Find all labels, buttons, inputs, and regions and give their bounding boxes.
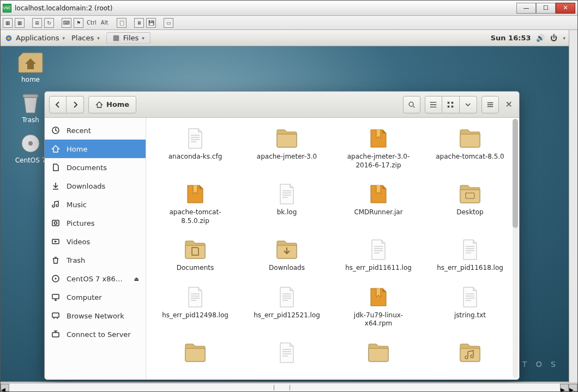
file-item[interactable]: apache-tomcat-8.5.0 <box>425 124 515 176</box>
sidebar-item-pictures[interactable]: Pictures <box>45 214 146 232</box>
sidebar-item-trash[interactable]: Trash <box>45 251 146 269</box>
file-item[interactable] <box>425 339 515 373</box>
home-icon <box>51 144 60 153</box>
vnc-tool-icon[interactable]: 📋 <box>117 18 127 28</box>
svg-point-7 <box>430 101 431 102</box>
folder-icon <box>366 341 390 365</box>
sidebar-item-computer[interactable]: Computer <box>45 288 146 306</box>
pictures-icon <box>51 219 60 227</box>
vnc-alt-label[interactable]: Alt <box>100 20 110 26</box>
sidebar-item-music[interactable]: Music <box>45 195 146 214</box>
file-item[interactable]: apache-jmeter-3.0-2016-6-17.zip <box>334 124 423 176</box>
files-scrollbar[interactable] <box>513 119 518 378</box>
back-button[interactable] <box>49 96 67 113</box>
sidebar-item-label: Documents <box>67 164 107 172</box>
sidebar-item-home[interactable]: Home <box>45 140 146 158</box>
view-list-button[interactable] <box>425 96 442 113</box>
sidebar-item-videos[interactable]: Videos <box>45 232 146 251</box>
file-name: apache-jmeter-3.0 <box>257 153 317 161</box>
nautilus-body: RecentHomeDocumentsDownloadsMusicPicture… <box>45 118 519 379</box>
file-name: jdk-7u79-linux-x64.rpm <box>340 311 417 328</box>
win7-window-controls: — ☐ ✕ <box>516 3 575 14</box>
file-name: CMDRunner.jar <box>354 208 402 217</box>
vnc-horizontal-scrollbar[interactable]: ◂▸▸ <box>1 383 577 391</box>
file-item[interactable]: hs_err_pid12521.log <box>242 283 332 334</box>
file-item[interactable]: hs_err_pid11618.log <box>425 236 515 279</box>
vnc-tool-icon[interactable]: ↻ <box>44 18 54 28</box>
file-item[interactable]: Desktop <box>425 180 515 231</box>
sidebar-item-downloads[interactable]: Downloads <box>45 177 146 195</box>
file-item[interactable]: apache-jmeter-3.0 <box>242 124 332 176</box>
file-item[interactable] <box>150 339 240 373</box>
sidebar-item-label: Browse Network <box>67 312 124 320</box>
vnc-tool-icon[interactable]: ⌨ <box>62 18 71 28</box>
nautilus-close-button[interactable]: ✕ <box>503 97 515 112</box>
text-icon <box>183 126 207 150</box>
vnc-tool-icon[interactable]: ⚑ <box>74 18 83 28</box>
vnc-tool-icon[interactable]: ⊞ <box>32 18 42 28</box>
file-item[interactable]: apache-tomcat-8.5.0.zip <box>150 180 240 231</box>
places-label: Places <box>71 34 94 42</box>
volume-icon[interactable]: 🔊 <box>536 34 545 42</box>
sidebar-item-disc[interactable]: CentOS 7 x86…⏏ <box>45 269 146 288</box>
places-menu[interactable]: Places ▾ <box>71 34 100 42</box>
hamburger-button[interactable] <box>481 96 499 113</box>
file-item[interactable]: jstring.txt <box>425 283 515 334</box>
sidebar-item-label: Recent <box>67 126 91 135</box>
minimize-button[interactable]: — <box>516 3 536 14</box>
desktop-home-icon[interactable]: home <box>11 52 50 83</box>
applications-menu[interactable]: Applications ▾ <box>5 34 65 42</box>
close-button[interactable]: ✕ <box>556 3 575 14</box>
vnc-tool-icon[interactable]: 💾 <box>146 18 156 28</box>
file-item[interactable] <box>242 339 332 373</box>
forward-button[interactable] <box>67 96 84 113</box>
vnc-tool-icon[interactable]: ▦ <box>15 18 25 28</box>
win7-titlebar[interactable]: VNC localhost.localdomain:2 (root) — ☐ ✕ <box>1 1 577 16</box>
vnc-tool-icon[interactable]: 🖥 <box>134 18 144 28</box>
svg-rect-21 <box>52 313 59 317</box>
file-item[interactable]: CMDRunner.jar <box>334 180 423 231</box>
connect-icon <box>51 330 60 339</box>
sidebar-item-connect[interactable]: Connect to Server <box>45 325 146 343</box>
vnc-tool-icon[interactable]: ▦ <box>3 18 13 28</box>
vnc-tool-icon[interactable]: ▭ <box>164 18 173 28</box>
path-button[interactable]: Home <box>88 96 136 113</box>
svg-rect-11 <box>451 101 454 104</box>
sidebar-item-documents[interactable]: Documents <box>45 158 146 177</box>
file-item[interactable]: hs_err_pid11611.log <box>334 236 423 279</box>
sidebar-item-network[interactable]: Browse Network <box>45 306 146 325</box>
svg-rect-20 <box>52 294 59 299</box>
sidebar-item-label: Computer <box>67 293 102 301</box>
gnome-desktop[interactable]: Applications ▾ Places ▾ Files ▾ Sun 16:5… <box>1 30 570 382</box>
file-item[interactable]: bk.log <box>242 180 332 231</box>
music-icon <box>51 200 60 209</box>
maximize-button[interactable]: ☐ <box>536 3 556 14</box>
file-item[interactable]: hs_err_pid12498.log <box>150 283 240 334</box>
power-icon[interactable]: ⏻ <box>550 34 557 42</box>
text-icon <box>458 285 482 309</box>
path-label: Home <box>106 100 129 108</box>
vnc-vertical-scrollbar[interactable] <box>569 30 577 383</box>
sidebar-item-recent[interactable]: Recent <box>45 121 146 140</box>
chevron-down-icon[interactable]: ▾ <box>563 35 565 41</box>
vnc-viewport: Applications ▾ Places ▾ Files ▾ Sun 16:5… <box>1 30 577 391</box>
svg-point-23 <box>57 318 58 319</box>
eject-icon[interactable]: ⏏ <box>134 276 139 282</box>
network-icon <box>51 311 60 320</box>
file-item[interactable]: anaconda-ks.cfg <box>150 124 240 176</box>
vnc-ctrl-label[interactable]: Ctrl <box>86 20 98 26</box>
nav-buttons <box>49 96 84 113</box>
clock-label[interactable]: Sun 16:53 <box>491 34 531 42</box>
file-item[interactable] <box>334 339 423 373</box>
vnc-toolbar: ▦ ▦ ⊞ ↻ ⌨ ⚑ Ctrl Alt 📋 🖥 💾 ▭ <box>1 16 577 30</box>
app-menu-button[interactable]: Files ▾ <box>106 32 150 44</box>
text-icon <box>458 238 482 262</box>
file-item[interactable]: Documents <box>150 236 240 279</box>
file-item[interactable]: Downloads <box>242 236 332 279</box>
view-grid-button[interactable] <box>442 96 460 113</box>
view-options-button[interactable] <box>460 96 477 113</box>
computer-icon <box>51 293 60 301</box>
files-grid[interactable]: anaconda-ks.cfgapache-jmeter-3.0apache-j… <box>146 118 519 379</box>
search-button[interactable] <box>403 96 420 113</box>
file-item[interactable]: jdk-7u79-linux-x64.rpm <box>334 283 423 334</box>
